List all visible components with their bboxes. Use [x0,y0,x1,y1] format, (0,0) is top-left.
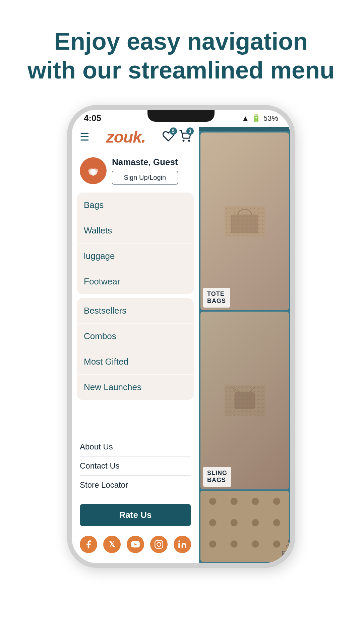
twitter-x-icon[interactable]: 𝕏 [103,536,121,553]
status-icons: ▲ 🔋 53% [242,114,278,123]
app-logo: zouk. [106,128,146,146]
menu-item-bestsellers[interactable]: Bestsellers [77,298,194,324]
user-greeting: Namaste, Guest [112,157,178,167]
screen: ☰ zouk. 5 [72,110,290,563]
right-panel: More [199,110,290,563]
user-info: Namaste, Guest Sign Up/Login [112,157,178,184]
tote-bags-label: TOTEBAGS [203,288,230,308]
phone-mockup: 4:05 ▲ 🔋 53% ☰ zouk. [67,105,295,568]
product-card-3[interactable] [200,491,289,562]
svg-rect-25 [200,491,289,562]
menu-scroll: Bags Wallets luggage Footwear Bestseller… [72,193,199,433]
product-card-sling-bags[interactable]: SLINGBAGS [200,312,289,489]
svg-point-11 [157,542,161,546]
battery-percent: 53% [263,114,278,123]
menu-item-new-launches[interactable]: New Launches [77,375,194,400]
store-locator-link[interactable]: Store Locator [80,476,191,494]
battery-icon: 🔋 [252,114,261,123]
footer-links: About Us Contact Us Store Locator [72,433,199,498]
product-card-tote-bags[interactable]: TOTEBAGS [200,132,289,310]
headline-line1: Enjoy easy navigation [54,28,308,55]
menu-group-2: Bestsellers Combos Most Gifted New Launc… [77,298,194,400]
menu-item-luggage[interactable]: luggage [77,244,194,269]
svg-point-8 [92,169,95,172]
sling-bags-label: SLINGBAGS [203,467,231,487]
headline-line2: with our streamlined menu [27,57,335,84]
svg-point-14 [178,540,180,542]
rate-us-button[interactable]: Rate Us [80,504,191,526]
wishlist-icon-btn[interactable]: 5 [162,130,174,144]
svg-rect-13 [178,543,180,548]
svg-point-1 [189,140,190,141]
menu-item-footwear[interactable]: Footwear [77,269,194,294]
cart-icon-btn[interactable]: 3 [179,130,191,144]
signup-login-button[interactable]: Sign Up/Login [112,171,178,184]
profile-nav-item[interactable]: Profile [282,538,290,557]
profile-nav-label: Profile [282,550,290,557]
wishlist-badge: 5 [170,127,177,135]
product-cards: TOTEBAGS SLINGBAGS [199,131,290,563]
svg-rect-22 [235,392,255,409]
social-icons: 𝕏 [72,532,199,563]
avatar [80,157,107,184]
signal-icon: ▲ [242,114,249,123]
youtube-icon[interactable] [127,536,144,553]
menu-item-combos[interactable]: Combos [77,324,194,349]
svg-point-26 [289,539,290,543]
contact-us-link[interactable]: Contact Us [80,457,191,476]
phone-frame: 4:05 ▲ 🔋 53% ☰ zouk. [67,105,295,568]
menu-item-most-gifted[interactable]: Most Gifted [77,349,194,375]
phone-notch [147,110,215,122]
svg-rect-18 [231,215,258,233]
svg-rect-10 [155,540,163,548]
facebook-icon[interactable] [80,536,97,553]
user-section: Namaste, Guest Sign Up/Login [72,152,199,193]
menu-item-wallets[interactable]: Wallets [77,218,194,244]
svg-point-0 [183,140,184,141]
about-us-link[interactable]: About Us [80,437,191,457]
menu-panel: ☰ zouk. 5 [72,110,199,563]
hamburger-icon[interactable]: ☰ [80,130,89,143]
status-time: 4:05 [84,113,101,123]
menu-group-1: Bags Wallets luggage Footwear [77,193,194,294]
menu-item-bags[interactable]: Bags [77,193,194,218]
cart-badge: 3 [186,127,194,135]
svg-point-12 [161,542,161,542]
instagram-icon[interactable] [150,536,168,553]
header-icons: 5 3 [162,130,191,144]
linkedin-icon[interactable] [174,536,191,553]
headline: Enjoy easy navigation with our streamlin… [7,27,355,85]
